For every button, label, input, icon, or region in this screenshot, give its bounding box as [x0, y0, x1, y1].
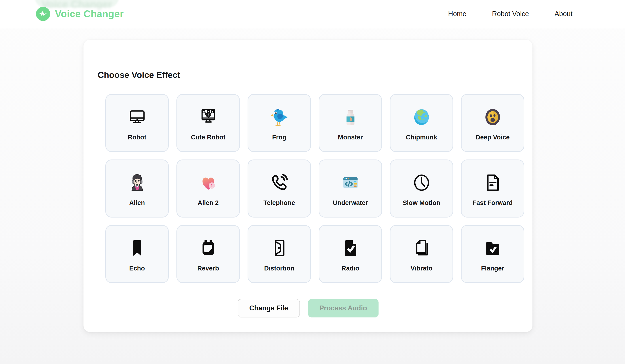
effect-label: Robot: [128, 134, 146, 141]
effect-card-reverb[interactable]: Reverb: [176, 225, 240, 283]
effect-label: Slow Motion: [403, 199, 440, 206]
effect-label: Fast Forward: [472, 199, 513, 206]
desktop-monitor-icon: [126, 106, 148, 128]
effect-label: Cute Robot: [191, 134, 225, 141]
effect-card-slow-motion[interactable]: Slow Motion: [390, 160, 453, 218]
effect-card-monster[interactable]: Monster: [319, 94, 382, 152]
effect-label: Distortion: [264, 265, 294, 272]
folder-check-icon: [482, 237, 503, 259]
nav-item-about[interactable]: About: [555, 10, 572, 18]
effect-label: Frog: [272, 134, 286, 141]
document-icon: [482, 171, 503, 194]
effect-label: Reverb: [197, 265, 219, 272]
effect-card-fast-forward[interactable]: Fast Forward: [461, 160, 524, 218]
effect-card-deep-voice[interactable]: Deep Voice: [461, 94, 524, 152]
vector-design-monitor-icon: [198, 106, 219, 128]
earth-globe-icon: [411, 106, 432, 128]
effect-card-alien[interactable]: Alien: [105, 160, 169, 218]
effect-card-underwater[interactable]: Underwater: [319, 160, 382, 218]
heart-badge-icon: 1: [198, 171, 219, 194]
effect-label: Alien: [129, 199, 145, 206]
effect-card-frog[interactable]: Frog: [248, 94, 311, 152]
milk-bottle-icon: [340, 106, 361, 128]
bookmark-icon: [126, 237, 148, 259]
effect-card-vibrato[interactable]: Vibrato: [390, 225, 453, 283]
effect-label: Flanger: [481, 265, 504, 272]
person-avatar-icon: [126, 171, 148, 194]
calendar-note-icon: [198, 237, 219, 259]
effect-card-cute-robot[interactable]: Cute Robot: [176, 94, 240, 152]
svg-text:1: 1: [210, 183, 213, 188]
effect-card-flanger[interactable]: Flanger: [461, 225, 524, 283]
effect-grid: Robot Cute Robot Frog Monster: [84, 94, 532, 283]
effect-label: Telephone: [263, 199, 295, 206]
effect-label: Monster: [338, 134, 363, 141]
door-icon: [269, 237, 290, 259]
effect-card-telephone[interactable]: Telephone: [248, 160, 311, 218]
clock-icon: [411, 171, 432, 194]
main-nav: Home Robot Voice About: [448, 10, 572, 18]
effect-label: Chipmunk: [406, 134, 437, 141]
effect-card-robot[interactable]: Robot: [105, 94, 169, 152]
nav-item-home[interactable]: Home: [448, 10, 467, 18]
effect-label: Alien 2: [198, 199, 219, 206]
astonished-face-icon: [482, 106, 503, 128]
app-title: Voice Changer: [55, 8, 124, 19]
blue-bird-icon: [268, 106, 290, 128]
waveform-icon: [36, 7, 50, 21]
effect-label: Underwater: [333, 199, 368, 206]
panel-heading: Choose Voice Effect: [98, 70, 532, 80]
change-file-button[interactable]: Change File: [238, 299, 300, 317]
action-buttons-row: Change File Process Audio: [84, 299, 532, 317]
nav-item-robot-voice[interactable]: Robot Voice: [492, 10, 529, 18]
logo-glow-backdrop: Voice Changer: [35, 0, 119, 7]
top-navbar: Voice Changer Voice Changer Home Robot V…: [0, 0, 625, 28]
file-check-icon: [340, 237, 361, 259]
effect-card-distortion[interactable]: Distortion: [248, 225, 311, 283]
phone-call-icon: [269, 171, 290, 194]
process-audio-button[interactable]: Process Audio: [308, 299, 378, 317]
copy-pages-icon: [411, 237, 432, 259]
effect-card-radio[interactable]: Radio: [319, 225, 382, 283]
effect-card-chipmunk[interactable]: Chipmunk: [390, 94, 453, 152]
effect-label: Deep Voice: [475, 134, 509, 141]
code-window-icon: [340, 171, 361, 194]
app-logo[interactable]: Voice Changer: [36, 7, 124, 21]
effect-card-alien-2[interactable]: 1 Alien 2: [176, 160, 240, 218]
effect-label: Echo: [129, 265, 145, 272]
effect-card-echo[interactable]: Echo: [105, 225, 169, 283]
effect-label: Vibrato: [410, 265, 433, 272]
effect-label: Radio: [342, 265, 359, 272]
voice-effect-panel: Choose Voice Effect Robot Cute Robot Fro…: [84, 40, 532, 332]
